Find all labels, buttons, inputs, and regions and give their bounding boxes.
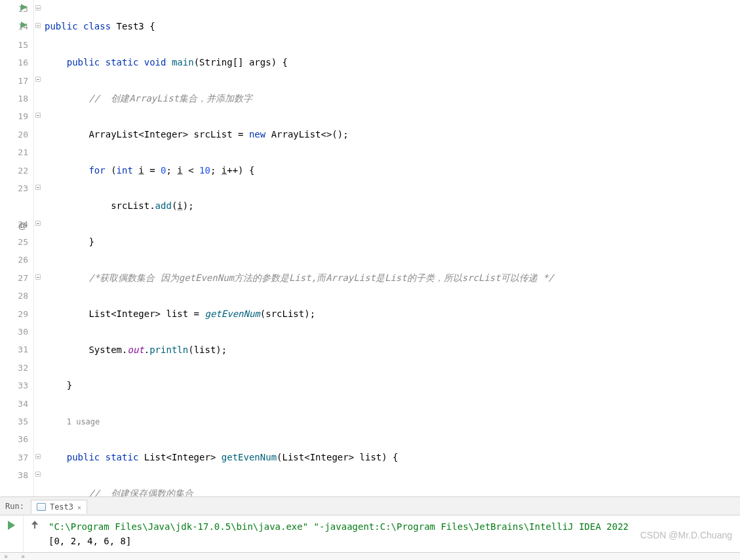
line-num: 21: [18, 147, 28, 157]
fold-column[interactable]: [34, 0, 42, 496]
fold-toggle-icon[interactable]: [35, 113, 41, 118]
run-controls-col2: [23, 515, 46, 552]
line-num: 36: [18, 434, 28, 444]
fold-toggle-icon[interactable]: [35, 77, 41, 82]
status-bar: » »: [0, 552, 740, 560]
override-gutter-icon[interactable]: @: [18, 217, 27, 234]
editor-area: 13 14 15 16 17 18 19 20 21 22 23 24@ 25 …: [0, 0, 740, 496]
run-header: Run: Test3 ✕: [0, 497, 740, 515]
run-label: Run:: [5, 502, 28, 511]
fold-toggle-icon[interactable]: [35, 274, 41, 280]
run-tab[interactable]: Test3 ✕: [31, 500, 87, 513]
line-num: 31: [18, 345, 28, 354]
fold-toggle-icon[interactable]: [35, 454, 41, 459]
run-gutter-icon[interactable]: [21, 4, 27, 10]
run-tab-title: Test3: [50, 502, 73, 512]
line-num: 23: [18, 183, 28, 193]
line-num: 16: [18, 58, 28, 67]
code-editor[interactable]: public class Test3 { public static void …: [42, 0, 740, 496]
fold-toggle-icon[interactable]: [35, 5, 41, 10]
line-num: 17: [18, 76, 28, 86]
line-num: 28: [18, 291, 28, 301]
fold-toggle-icon[interactable]: [35, 185, 41, 190]
run-controls-col1: [0, 515, 23, 552]
line-num: 30: [18, 327, 28, 337]
line-num: 26: [18, 255, 28, 265]
expand-icon[interactable]: »: [4, 553, 8, 560]
console-output[interactable]: "C:\Program Files\Java\jdk-17.0.5\bin\ja…: [46, 515, 740, 552]
fold-toggle-icon[interactable]: [35, 472, 41, 477]
line-num: 32: [18, 363, 28, 373]
console-cmd: "C:\Program Files\Java\jdk-17.0.5\bin\ja…: [49, 521, 308, 532]
line-num: 25: [18, 237, 28, 247]
line-num: 20: [18, 130, 28, 140]
line-num: 34: [18, 399, 28, 409]
console-line: [0, 2, 4, 6, 8]: [49, 534, 737, 548]
run-config-icon: [37, 503, 46, 511]
line-num: 15: [18, 40, 28, 50]
run-tool-window: Run: Test3 ✕ "C:\Program Files\Java\jdk-…: [0, 496, 740, 552]
line-num: 29: [18, 309, 28, 319]
expand-icon[interactable]: »: [21, 553, 25, 560]
line-num: 33: [18, 381, 28, 390]
line-num: 27: [18, 273, 28, 283]
line-num: 38: [18, 470, 28, 480]
close-icon[interactable]: ✕: [77, 504, 81, 511]
line-num: 37: [18, 453, 28, 462]
up-stack-button[interactable]: [30, 521, 39, 530]
rerun-button[interactable]: [8, 521, 15, 530]
run-gutter-icon[interactable]: [21, 22, 27, 28]
line-number-gutter[interactable]: 13 14 15 16 17 18 19 20 21 22 23 24@ 25 …: [0, 0, 34, 496]
usage-inlay[interactable]: 1 usage: [67, 417, 100, 426]
line-num: 19: [18, 111, 28, 121]
line-num: 18: [18, 94, 28, 103]
fold-toggle-icon[interactable]: [35, 23, 41, 28]
line-num: 22: [18, 166, 28, 176]
line-num: 35: [18, 417, 28, 426]
fold-toggle-icon[interactable]: [35, 221, 41, 226]
